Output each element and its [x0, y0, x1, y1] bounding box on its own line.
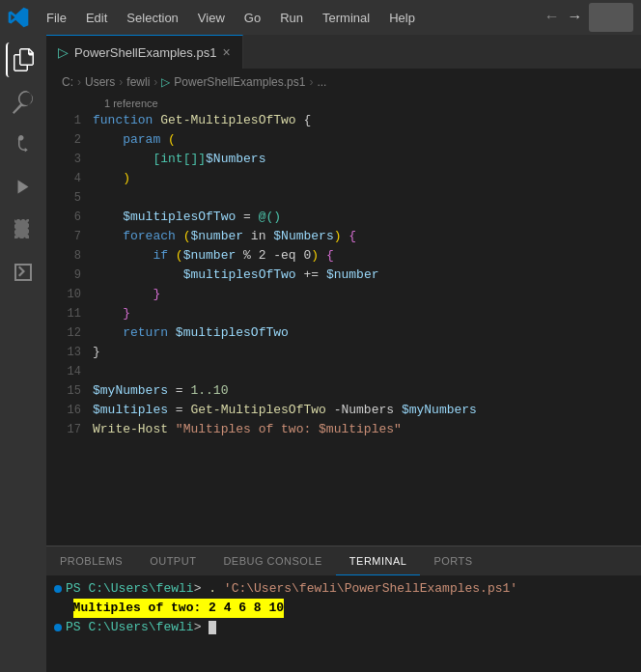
- menu-run[interactable]: Run: [272, 7, 311, 29]
- line-content-12: return $multiplesOfTwo: [93, 323, 641, 343]
- editor-area: ▷ PowerShellExamples.ps1 × C: › Users › …: [46, 35, 641, 672]
- line-content-8: if ($number % 2 -eq 0) {: [93, 246, 641, 266]
- nav-forward-icon[interactable]: →: [564, 7, 585, 28]
- breadcrumb-sep3: ›: [153, 75, 157, 89]
- nav-arrows: ← →: [542, 7, 585, 28]
- code-line-7: 7 foreach ($number in $Numbers) {: [46, 227, 641, 246]
- nav-back-icon[interactable]: ←: [542, 7, 563, 28]
- code-line-10: 10 }: [46, 285, 641, 304]
- code-line-2: 2 param (: [46, 130, 641, 150]
- line-number-11: 11: [46, 304, 93, 323]
- breadcrumb-sep2: ›: [119, 75, 123, 89]
- tab-ports[interactable]: PORTS: [420, 546, 486, 575]
- breadcrumb: C: › Users › fewli › ▷ PowerShellExample…: [46, 69, 641, 96]
- breadcrumb-sep1: ›: [77, 75, 81, 89]
- line-content-2: param (: [93, 130, 641, 150]
- main-layout: ▷ PowerShellExamples.ps1 × C: › Users › …: [0, 35, 641, 672]
- code-line-5: 5: [46, 188, 641, 208]
- extensions-icon[interactable]: [6, 212, 41, 247]
- tab-close-button[interactable]: ×: [222, 44, 230, 60]
- breadcrumb-ps-icon: ▷: [161, 75, 170, 89]
- line-number-7: 7: [46, 227, 93, 246]
- line-number-12: 12: [46, 323, 93, 343]
- line-number-1: 1: [46, 111, 93, 130]
- line-content-14: [93, 362, 641, 381]
- terminal-line-3: PS C:\Users\fewli>: [54, 618, 633, 637]
- code-line-14: 14: [46, 362, 641, 381]
- line-number-4: 4: [46, 169, 93, 188]
- tab-powershell[interactable]: ▷ PowerShellExamples.ps1 ×: [46, 35, 243, 69]
- breadcrumb-c[interactable]: C:: [62, 75, 73, 89]
- breadcrumb-fewli[interactable]: fewli: [126, 75, 150, 89]
- line-number-13: 13: [46, 343, 93, 362]
- line-content-5: [93, 188, 641, 208]
- terminal-line-2: Multiples of two: 2 4 6 8 10: [54, 599, 633, 618]
- terminal-dot-2: [54, 624, 62, 631]
- terminal-line-1: PS C:\Users\fewli> . 'C:\Users\fewli\Pow…: [54, 579, 633, 599]
- menu-edit[interactable]: Edit: [78, 7, 115, 29]
- tab-problems[interactable]: PROBLEMS: [46, 546, 136, 575]
- code-line-12: 12 return $multiplesOfTwo: [46, 323, 641, 343]
- tab-debug-console[interactable]: DEBUG CONSOLE: [209, 546, 335, 575]
- menu-file[interactable]: File: [39, 7, 74, 29]
- line-content-10: }: [93, 285, 641, 304]
- code-lens[interactable]: 1 reference: [46, 96, 641, 111]
- code-editor[interactable]: 1function Get-MultiplesOfTwo {2 param (3…: [46, 111, 641, 546]
- source-control-icon[interactable]: [6, 127, 41, 162]
- breadcrumb-users[interactable]: Users: [85, 75, 115, 89]
- menu-selection[interactable]: Selection: [119, 7, 185, 29]
- powershell-file-icon: ▷: [58, 44, 69, 60]
- line-content-4: ): [93, 169, 641, 188]
- code-line-8: 8 if ($number % 2 -eq 0) {: [46, 246, 641, 266]
- terminal-dot-1: [54, 585, 62, 593]
- line-content-17: Write-Host "Multiples of two: $multiples…: [93, 420, 641, 439]
- run-debug-icon[interactable]: [6, 170, 41, 205]
- tab-bar: ▷ PowerShellExamples.ps1 ×: [46, 35, 641, 69]
- line-number-17: 17: [46, 420, 93, 439]
- code-line-17: 17Write-Host "Multiples of two: $multipl…: [46, 420, 641, 439]
- line-content-1: function Get-MultiplesOfTwo {: [93, 111, 641, 130]
- tab-filename: PowerShellExamples.ps1: [74, 45, 216, 60]
- panel-tabs: PROBLEMS OUTPUT DEBUG CONSOLE TERMINAL P…: [46, 546, 641, 575]
- terminal-prompt-2: PS C:\Users\fewli>: [66, 618, 216, 637]
- menu-view[interactable]: View: [190, 7, 233, 29]
- line-number-14: 14: [46, 362, 93, 381]
- code-line-15: 15$myNumbers = 1..10: [46, 381, 641, 401]
- code-line-9: 9 $multiplesOfTwo += $number: [46, 266, 641, 285]
- line-number-10: 10: [46, 285, 93, 304]
- line-number-2: 2: [46, 130, 93, 150]
- menu-go[interactable]: Go: [237, 7, 268, 29]
- line-content-9: $multiplesOfTwo += $number: [93, 266, 641, 285]
- line-content-16: $multiples = Get-MultiplesOfTwo -Numbers…: [93, 401, 641, 420]
- tab-output[interactable]: OUTPUT: [136, 546, 209, 575]
- code-line-1: 1function Get-MultiplesOfTwo {: [46, 111, 641, 130]
- line-content-6: $multiplesOfTwo = @(): [93, 208, 641, 227]
- line-content-11: }: [93, 304, 641, 323]
- bottom-panel: PROBLEMS OUTPUT DEBUG CONSOLE TERMINAL P…: [46, 546, 641, 672]
- code-line-4: 4 ): [46, 169, 641, 188]
- search-icon[interactable]: [6, 85, 41, 120]
- tab-terminal[interactable]: TERMINAL: [336, 546, 421, 575]
- terminal-icon[interactable]: [6, 255, 41, 290]
- code-line-3: 3 [int[]]$Numbers: [46, 150, 641, 169]
- code-line-11: 11 }: [46, 304, 641, 323]
- terminal-content[interactable]: PS C:\Users\fewli> . 'C:\Users\fewli\Pow…: [46, 575, 641, 672]
- breadcrumb-ellipsis[interactable]: ...: [317, 75, 326, 89]
- menu-help[interactable]: Help: [381, 7, 423, 29]
- line-content-3: [int[]]$Numbers: [93, 150, 641, 169]
- breadcrumb-file[interactable]: PowerShellExamples.ps1: [174, 75, 305, 89]
- code-line-16: 16$multiples = Get-MultiplesOfTwo -Numbe…: [46, 401, 641, 420]
- explorer-icon[interactable]: [6, 42, 41, 77]
- code-line-6: 6 $multiplesOfTwo = @(): [46, 208, 641, 227]
- menu-terminal[interactable]: Terminal: [315, 7, 377, 29]
- code-lens-text: 1 reference: [104, 98, 158, 109]
- window-button[interactable]: [589, 3, 633, 32]
- terminal-cursor: [209, 621, 216, 634]
- terminal-output: Multiples of two: 2 4 6 8 10: [73, 599, 284, 618]
- line-number-6: 6: [46, 208, 93, 227]
- terminal-prompt-1: PS C:\Users\fewli> . 'C:\Users\fewli\Pow…: [66, 579, 517, 599]
- line-number-16: 16: [46, 401, 93, 420]
- line-content-15: $myNumbers = 1..10: [93, 381, 641, 401]
- breadcrumb-sep4: ›: [309, 75, 313, 89]
- line-number-8: 8: [46, 246, 93, 266]
